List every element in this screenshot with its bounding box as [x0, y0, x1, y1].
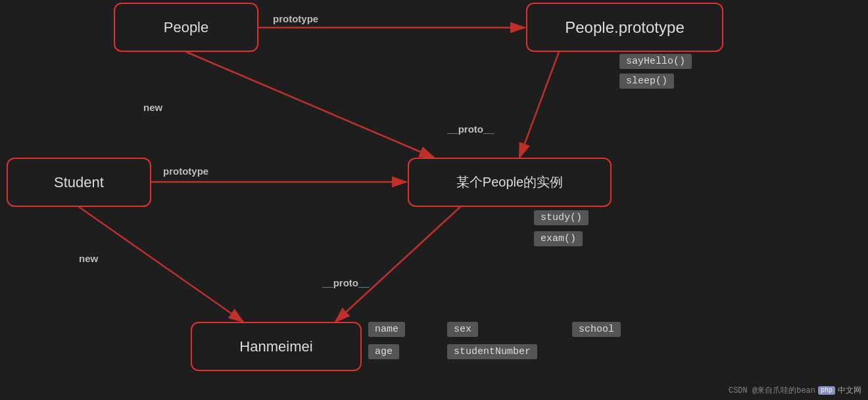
svg-line-3 [519, 52, 559, 158]
node-people-prototype: People.prototype [526, 3, 723, 52]
node-people: People [114, 3, 258, 52]
label-sayhello: sayHello() [619, 54, 692, 69]
php-badge: php [818, 386, 835, 395]
label-name: name [368, 322, 405, 337]
label-age: age [368, 344, 399, 359]
label-student-number: studentNumber [447, 344, 537, 359]
svg-line-6 [335, 207, 460, 322]
node-some-people: 某个People的实例 [408, 158, 612, 207]
svg-line-5 [79, 207, 243, 322]
node-student: Student [7, 158, 151, 207]
arrow-label-new2: new [79, 253, 98, 264]
arrow-label-proto2: __proto__ [322, 277, 370, 288]
label-study: study() [534, 210, 589, 225]
label-sex: sex [447, 322, 478, 337]
arrow-label-new1: new [143, 102, 162, 113]
arrow-label-prototype1: prototype [273, 13, 318, 24]
node-hanmeimei: Hanmeimei [191, 322, 362, 371]
arrow-label-proto1: __proto__ [447, 123, 494, 135]
label-school: school [572, 322, 621, 337]
svg-line-2 [186, 52, 434, 158]
watermark: CSDN @来自爪哇的bean php 中文网 [729, 385, 861, 396]
diagram-container: People People.prototype 某个People的实例 Stud… [0, 0, 868, 400]
label-exam: exam() [534, 231, 583, 246]
label-sleep: sleep() [619, 74, 674, 89]
arrow-label-prototype2: prototype [163, 166, 208, 177]
